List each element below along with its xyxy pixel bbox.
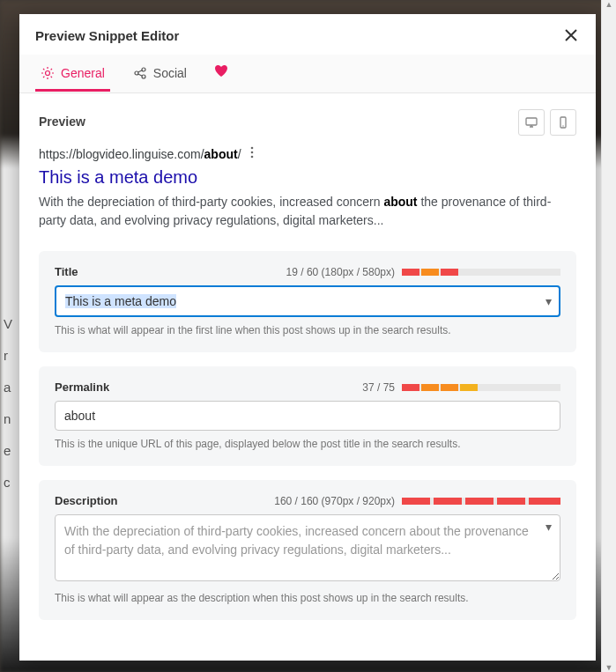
permalink-counter: 37 / 75 xyxy=(362,381,395,394)
close-button[interactable] xyxy=(562,26,580,44)
desktop-view-button[interactable] xyxy=(518,109,545,136)
kebab-icon xyxy=(250,146,254,159)
device-toggle xyxy=(518,109,576,136)
description-panel: Description 160 / 160 (970px / 920px) ▾ … xyxy=(39,480,576,620)
title-label: Title xyxy=(55,265,78,278)
svg-point-2 xyxy=(142,68,145,71)
serp-preview: https://blogvideo.linguise.com/about/ Th… xyxy=(39,146,576,251)
serp-url: https://blogvideo.linguise.com/about/ xyxy=(39,147,241,161)
description-counter: 160 / 160 (970px / 920px) xyxy=(274,495,395,507)
scroll-down-icon: ▼ xyxy=(605,663,613,672)
title-bar xyxy=(402,269,560,276)
svg-point-7 xyxy=(250,147,253,150)
serp-title: This is a meta demo xyxy=(39,167,576,188)
svg-rect-4 xyxy=(526,118,537,125)
snippet-editor-modal: Preview Snippet Editor General Social xyxy=(19,14,596,661)
monitor-icon xyxy=(524,115,538,129)
gear-icon xyxy=(41,66,55,80)
permalink-input[interactable] xyxy=(55,401,560,431)
heart-icon[interactable] xyxy=(210,55,233,92)
tab-social-label: Social xyxy=(153,66,187,80)
scroll-up-icon: ▲ xyxy=(605,0,613,9)
modal-title: Preview Snippet Editor xyxy=(35,28,179,43)
tab-general-label: General xyxy=(61,66,105,80)
tab-general[interactable]: General xyxy=(35,55,110,92)
description-bar xyxy=(402,498,560,505)
serp-description: With the depreciation of third-party coo… xyxy=(39,193,576,230)
permalink-bar xyxy=(402,384,560,391)
page-scrollbar[interactable]: ▲ ▼ xyxy=(601,0,616,672)
title-counter: 19 / 60 (180px / 580px) xyxy=(286,266,395,278)
modal-header: Preview Snippet Editor xyxy=(19,14,596,55)
preview-heading: Preview xyxy=(39,114,576,129)
svg-point-0 xyxy=(46,71,50,76)
description-input[interactable] xyxy=(55,514,560,581)
svg-point-1 xyxy=(135,71,138,75)
description-label: Description xyxy=(55,494,118,507)
title-hint: This is what will appear in the first li… xyxy=(55,324,560,336)
mobile-view-button[interactable] xyxy=(550,109,576,136)
description-hint: This is what will appear as the descript… xyxy=(55,592,560,604)
phone-icon xyxy=(556,115,570,129)
content-scroll[interactable]: Preview https://blogvideo.linguise.com/a… xyxy=(19,93,596,661)
tab-social[interactable]: Social xyxy=(128,55,192,92)
title-panel: Title 19 / 60 (180px / 580px) This is a … xyxy=(39,251,576,352)
title-input[interactable]: This is a meta demo xyxy=(55,285,560,317)
svg-point-9 xyxy=(250,156,253,159)
serp-menu-button[interactable] xyxy=(250,146,254,162)
tabs: General Social xyxy=(19,55,596,93)
share-icon xyxy=(133,66,147,80)
permalink-label: Permalink xyxy=(55,380,109,394)
svg-point-6 xyxy=(562,125,563,126)
svg-point-3 xyxy=(142,75,145,78)
svg-point-8 xyxy=(250,151,253,154)
permalink-hint: This is the unique URL of this page, dis… xyxy=(55,438,560,450)
close-icon xyxy=(562,26,580,44)
permalink-panel: Permalink 37 / 75 This is the unique URL… xyxy=(39,366,576,466)
